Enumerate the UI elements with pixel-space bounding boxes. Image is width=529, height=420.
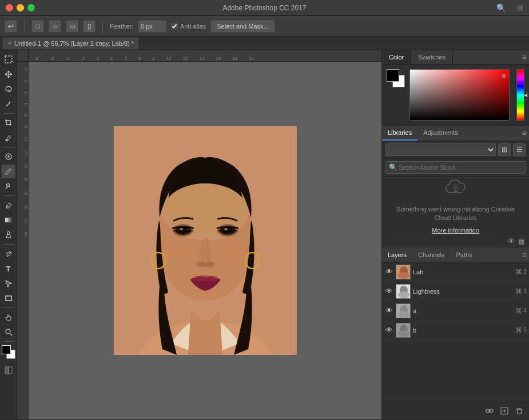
tool-rectangle[interactable] [2, 291, 15, 305]
title-bar: Adobe Photoshop CC 2017 🔍 ⊞ [0, 0, 529, 16]
layer-row-lab[interactable]: 👁 Lab ⌘2 [382, 262, 529, 282]
marquee-circle-icon[interactable]: ○ [49, 20, 61, 33]
tool-eyedropper[interactable] [2, 131, 15, 145]
tool-magic-wand[interactable] [2, 97, 15, 111]
layer-thumbnail-a [396, 303, 411, 318]
layer-row-lightness[interactable]: 👁 Lightness ⌘3 [382, 282, 529, 301]
layer-name-b: b [413, 327, 513, 334]
ruler-vertical: -2 0 2 4 6 8 10 12 14 16 18 20 22 24 [17, 62, 29, 419]
tool-zoom[interactable] [2, 325, 15, 339]
ruler-horizontal: -8 -6 -4 -2 0 2 4 6 8 10 12 14 16 18 20 [29, 50, 381, 62]
right-panel: Color Swatches ≡ [381, 50, 529, 419]
layer-row-b[interactable]: 👁 b ⌘5 [382, 321, 529, 340]
antialias-wrap: Anti-alias [171, 20, 206, 33]
tab-libraries[interactable]: Libraries [382, 126, 417, 141]
app-title: Adobe Photoshop CC 2017 [222, 4, 306, 12]
svg-rect-8 [5, 367, 9, 374]
tool-separator3 [3, 195, 14, 196]
minimize-button[interactable] [17, 4, 24, 11]
marquee-col-icon[interactable]: ▯ [83, 20, 96, 33]
library-select[interactable] [385, 143, 496, 156]
color-panel-menu-icon[interactable]: ≡ [522, 53, 527, 62]
svg-point-18 [178, 227, 188, 234]
library-grid-view-icon[interactable]: ⊞ [498, 143, 511, 156]
tool-lasso[interactable] [2, 82, 15, 96]
libraries-panel-menu-icon[interactable]: ≡ [522, 129, 527, 138]
canvas-area: -8 -6 -4 -2 0 2 4 6 8 10 12 14 16 18 20 … [17, 50, 381, 419]
tab-adjustments[interactable]: Adjustments [417, 126, 464, 141]
library-search-wrap: 🔍 [385, 161, 526, 174]
layer-visibility-lab[interactable]: 👁 [384, 267, 393, 277]
color-swatch[interactable] [2, 345, 15, 359]
library-action-bar: 👁 🗑 [382, 234, 529, 248]
antialias-label: Anti-alias [180, 23, 206, 30]
layer-row-a[interactable]: 👁 a ⌘4 [382, 301, 529, 321]
close-button[interactable] [6, 4, 13, 11]
layer-visibility-b[interactable]: 👁 [384, 326, 393, 335]
color-panel-tabs: Color Swatches ≡ [382, 50, 529, 65]
layers-add-icon[interactable] [498, 405, 511, 417]
svg-point-37 [398, 311, 409, 318]
select-mask-button[interactable]: Select and Mask... [210, 20, 275, 33]
left-toolbar: T [0, 50, 17, 419]
libraries-error-content: Something went wrong initializing Creati… [382, 177, 529, 234]
feather-input[interactable] [138, 20, 166, 33]
tool-marquee[interactable] [2, 53, 15, 66]
foreground-color-swatch[interactable] [387, 69, 399, 82]
separator2 [102, 19, 103, 33]
tool-type[interactable]: T [2, 262, 15, 275]
history-back-icon[interactable]: ↩ [5, 20, 17, 33]
tool-pen[interactable] [2, 247, 15, 261]
tool-hand[interactable] [2, 310, 15, 324]
tool-separator5 [3, 307, 14, 308]
tool-quickmask[interactable] [2, 363, 15, 377]
tool-eraser[interactable] [2, 198, 15, 212]
search-icon[interactable]: 🔍 [496, 3, 506, 13]
layout-icon[interactable]: ⊞ [517, 3, 523, 12]
tool-path-select[interactable] [2, 277, 15, 290]
tool-clone[interactable] [2, 179, 15, 193]
fg-bg-swatch[interactable] [387, 69, 405, 87]
main-layout: T [0, 50, 529, 419]
document-tab[interactable]: ✕ Untitled-1 @ 66,7% (Layer 1 copy, Lab/… [2, 37, 139, 50]
foreground-color[interactable] [2, 345, 11, 354]
layer-shortcut-lightness: ⌘3 [515, 287, 527, 295]
layers-link-icon[interactable] [483, 405, 496, 417]
library-search-input[interactable] [385, 161, 526, 174]
more-info-link[interactable]: More information [432, 227, 479, 234]
library-delete-icon[interactable]: 🗑 [518, 237, 526, 246]
antialias-checkbox[interactable] [171, 20, 178, 33]
tool-dodge[interactable] [2, 228, 15, 242]
layer-visibility-a[interactable]: 👁 [384, 306, 393, 315]
color-gradient-picker[interactable] [409, 69, 510, 121]
tool-heal[interactable] [2, 150, 15, 163]
layer-thumbnail-b [396, 323, 411, 338]
library-eye-icon[interactable]: 👁 [507, 237, 515, 246]
spectrum-arrow: ◀ [524, 93, 527, 98]
layers-delete-icon[interactable] [513, 405, 526, 417]
window-controls[interactable] [6, 4, 35, 11]
marquee-rect-icon[interactable]: □ [31, 20, 44, 33]
svg-point-23 [196, 262, 205, 267]
tab-channels[interactable]: Channels [412, 248, 450, 262]
svg-rect-6 [6, 296, 11, 301]
layer-visibility-lightness[interactable]: 👁 [384, 287, 393, 296]
maximize-button[interactable] [27, 4, 35, 11]
tab-color[interactable]: Color [382, 50, 411, 64]
layer-thumbnail-lab [396, 265, 411, 279]
layers-panel-menu-icon[interactable]: ≡ [522, 250, 527, 259]
tool-move[interactable] [2, 67, 15, 81]
marquee-row-icon[interactable]: ▭ [66, 20, 78, 33]
tool-crop[interactable] [2, 116, 15, 130]
svg-point-24 [205, 262, 214, 267]
doc-tab-close-x[interactable]: ✕ [7, 40, 12, 46]
canvas-content[interactable] [29, 62, 381, 419]
color-spectrum-bar[interactable]: ◀ [516, 69, 524, 121]
tool-gradient[interactable] [2, 213, 15, 227]
tab-swatches[interactable]: Swatches [411, 50, 453, 64]
svg-point-34 [398, 291, 409, 298]
tool-brush[interactable] [2, 165, 15, 178]
library-list-view-icon[interactable]: ☰ [513, 143, 526, 156]
tab-layers[interactable]: Layers [382, 248, 412, 262]
tab-paths[interactable]: Paths [451, 248, 478, 262]
